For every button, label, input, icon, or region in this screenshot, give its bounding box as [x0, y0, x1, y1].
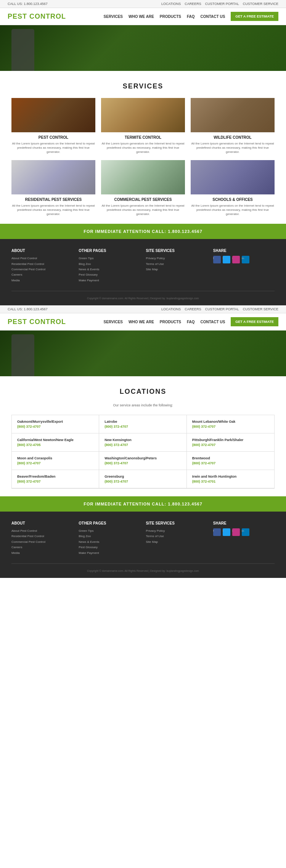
location-cell-10[interactable]: Greensburg (800) 372-4707: [99, 470, 186, 488]
footer-other-link-3[interactable]: Pest Glossary: [79, 272, 140, 278]
footer-other-link-1[interactable]: Blog Zoo: [79, 262, 140, 267]
careers-link[interactable]: CAREERS: [185, 2, 201, 6]
footer-2: ABOUT About Pest Control Residential Pes…: [0, 512, 286, 578]
location-name-8: Brentwood: [192, 456, 269, 460]
twitter-icon-2[interactable]: t: [223, 528, 230, 536]
footer-other-link-0[interactable]: Green Tips: [79, 256, 140, 261]
location-cell-3[interactable]: California/West Newton/New Eagle (800) 3…: [12, 433, 99, 452]
nav-products[interactable]: PRODUCTS: [160, 14, 181, 19]
cta-button[interactable]: GET A FREE ESTIMATE: [231, 12, 278, 21]
location-phone-7: (800) 372-4707: [104, 461, 181, 465]
footer-other-link-4[interactable]: Make Payment: [79, 278, 140, 283]
location-cell-4[interactable]: New Kensington (800) 372-4707: [99, 433, 186, 452]
footer-about-link-2-1[interactable]: Residential Pest Control: [11, 534, 73, 539]
instagram-icon-2[interactable]: i: [232, 528, 240, 536]
linkedin-icon[interactable]: in: [242, 256, 249, 263]
footer-about-link-2-3[interactable]: Careers: [11, 545, 73, 550]
location-name-7: Washington/Canonsburg/Peters: [104, 456, 181, 460]
footer-other-link-2-1[interactable]: Blog Zoo: [79, 534, 140, 539]
location-cell-5[interactable]: Pittsburgh/Franklin Park/Shaler (800) 37…: [187, 433, 274, 452]
location-phone-0: (800) 372-4707: [17, 425, 93, 428]
locations-section: LOCATIONS Our service areas include the …: [0, 376, 286, 496]
service-card-3[interactable]: RESIDENTIAL PEST SERVICES All the Lorem …: [11, 160, 95, 217]
location-phone-5: (800) 372-4707: [192, 443, 269, 447]
top-bar: CALL US: 1.800.123.4567 LOCATIONS CAREER…: [0, 0, 286, 8]
footer-about-link-1[interactable]: Residential Pest Control: [11, 262, 73, 267]
customer-service-link[interactable]: CUSTOMER SERVICE: [243, 2, 278, 6]
location-cell-9[interactable]: Beaver/Freedom/Baden (800) 372-4707: [12, 470, 99, 488]
footer-other-pages-title: OTHER PAGES: [79, 249, 140, 253]
service-name-3: RESIDENTIAL PEST SERVICES: [11, 197, 95, 202]
location-cell-7[interactable]: Washington/Canonsburg/Peters (800) 372-4…: [99, 452, 186, 470]
logo[interactable]: PEST CONTROL: [8, 13, 66, 21]
locations-link-2[interactable]: LOCATIONS: [161, 307, 181, 311]
nav-faq-2[interactable]: FAQ: [187, 320, 195, 324]
footer-about-link-4[interactable]: Media: [11, 278, 73, 283]
social-icons: f t i in: [213, 256, 275, 263]
nav-products-2[interactable]: PRODUCTS: [160, 320, 181, 324]
footer-other-pages-2: OTHER PAGES Green Tips Blog Zoo News & E…: [79, 521, 140, 556]
nav-who-we-are[interactable]: WHO WE ARE: [129, 14, 154, 19]
footer-site-link-2-0[interactable]: Privacy Policy: [146, 528, 207, 534]
page-2: CALL US: 1.800.123.4567 LOCATIONS CAREER…: [0, 305, 286, 578]
twitter-icon[interactable]: t: [223, 256, 230, 263]
location-cell-0[interactable]: Oakmont/Murrysville/Export (800) 372-470…: [12, 415, 99, 433]
nav-contact[interactable]: CONTACT US: [201, 14, 225, 19]
service-card-4[interactable]: COMMERCIAL PEST SERVICES All the Lorem I…: [101, 160, 185, 217]
service-card-5[interactable]: SCHOOLS & OFFICES All the Lorem Ipsum ge…: [191, 160, 275, 217]
locations-link[interactable]: LOCATIONS: [161, 2, 181, 6]
footer-other-link-2[interactable]: News & Events: [79, 267, 140, 272]
footer-site-link-2[interactable]: Site Map: [146, 267, 207, 272]
footer-site-link-2-1[interactable]: Terms of Use: [146, 534, 207, 539]
facebook-icon-2[interactable]: f: [213, 528, 221, 536]
nav-services-2[interactable]: SERVICES: [104, 320, 123, 324]
service-card-0[interactable]: PEST CONTROL All the Lorem Ipsum generat…: [11, 98, 95, 154]
footer-site-link-1[interactable]: Terms of Use: [146, 262, 207, 267]
instagram-icon[interactable]: i: [232, 256, 240, 263]
footer-about-link-3[interactable]: Careers: [11, 272, 73, 278]
service-card-1[interactable]: TERMITE CONTROL All the Lorem Ipsum gene…: [101, 98, 185, 154]
social-icons-2: f t i in: [213, 528, 275, 536]
logo-2[interactable]: PEST CONTROL: [8, 318, 66, 326]
linkedin-icon-2[interactable]: in: [242, 528, 249, 536]
service-desc-2: All the Lorem Ipsum generators on the In…: [191, 141, 275, 154]
customer-portal-link-2[interactable]: CUSTOMER PORTAL: [205, 307, 239, 311]
cta-button-2[interactable]: GET A FREE ESTIMATE: [231, 317, 278, 326]
customer-service-link-2[interactable]: CUSTOMER SERVICE: [243, 307, 278, 311]
nav-who-we-are-2[interactable]: WHO WE ARE: [129, 320, 154, 324]
footer-share-title-2: SHARE: [213, 521, 275, 525]
footer-about-title-2: ABOUT: [11, 521, 73, 525]
footer-about-link-2-0[interactable]: About Pest Control: [11, 528, 73, 534]
footer-about-link-2[interactable]: Commercial Pest Control: [11, 267, 73, 272]
footer-about-link-0[interactable]: About Pest Control: [11, 256, 73, 261]
location-cell-8[interactable]: Brentwood (800) 372-4707: [187, 452, 274, 470]
service-img-2: [191, 98, 275, 132]
footer-other-link-2-4[interactable]: Make Payment: [79, 550, 140, 556]
nav-services[interactable]: SERVICES: [104, 14, 123, 19]
footer-site-link-0[interactable]: Privacy Policy: [146, 256, 207, 261]
location-cell-1[interactable]: Latrobe (800) 372-4707: [99, 415, 186, 433]
location-cell-6[interactable]: Moon and Coraopolis (800) 372-4707: [12, 452, 99, 470]
service-name-2: WILDLIFE CONTROL: [191, 135, 275, 140]
location-phone-8: (800) 372-4707: [192, 461, 269, 465]
footer-other-link-2-3[interactable]: Pest Glossary: [79, 545, 140, 550]
service-name-1: TERMITE CONTROL: [101, 135, 185, 140]
phone-label-2: CALL US: 1.800.123.4567: [8, 307, 48, 311]
top-bar-links-2: LOCATIONS CAREERS CUSTOMER PORTAL CUSTOM…: [161, 307, 278, 311]
location-name-0: Oakmont/Murrysville/Export: [17, 420, 93, 424]
footer-site-link-2-2[interactable]: Site Map: [146, 539, 207, 545]
facebook-icon[interactable]: f: [213, 256, 221, 263]
footer-other-link-2-0[interactable]: Green Tips: [79, 528, 140, 534]
location-cell-2[interactable]: Mount Lebanon/White Oak (800) 372-4707: [187, 415, 274, 433]
nav-contact-2[interactable]: CONTACT US: [201, 320, 225, 324]
footer-about-link-2-4[interactable]: Media: [11, 550, 73, 556]
nav-faq[interactable]: FAQ: [187, 14, 195, 19]
customer-portal-link[interactable]: CUSTOMER PORTAL: [205, 2, 239, 6]
footer-grid: ABOUT About Pest Control Residential Pes…: [11, 249, 275, 283]
footer-other-link-2-2[interactable]: News & Events: [79, 539, 140, 545]
location-cell-11[interactable]: Irwin and North Huntington (800) 372-470…: [187, 470, 274, 488]
footer-about-link-2-2[interactable]: Commercial Pest Control: [11, 539, 73, 545]
location-phone-11: (800) 372-4701: [192, 480, 269, 483]
careers-link-2[interactable]: CAREERS: [185, 307, 201, 311]
service-card-2[interactable]: WILDLIFE CONTROL All the Lorem Ipsum gen…: [191, 98, 275, 154]
